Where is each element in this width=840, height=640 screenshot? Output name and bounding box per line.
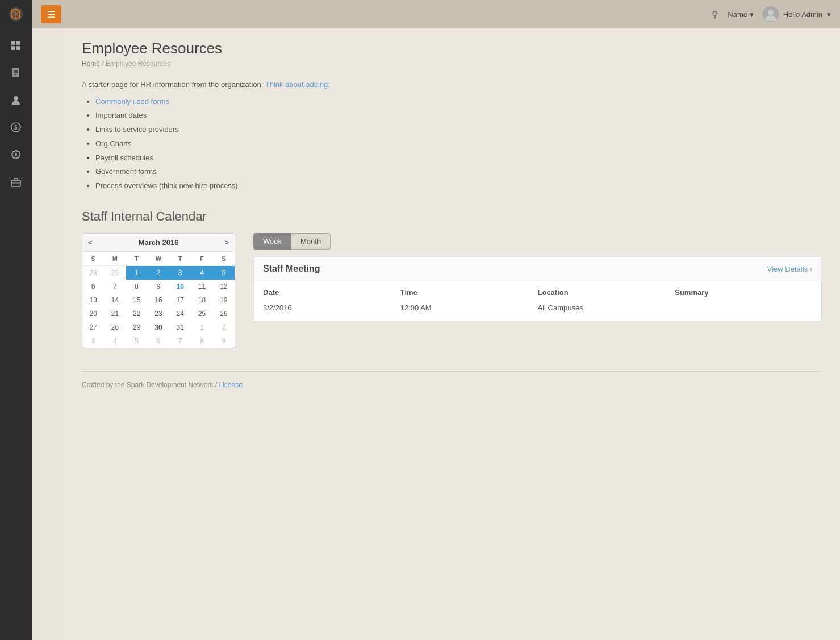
cal-day[interactable]: 12 bbox=[213, 280, 235, 293]
cal-day[interactable]: 9 bbox=[148, 280, 169, 293]
cal-day[interactable]: 28 bbox=[104, 321, 126, 334]
cal-day[interactable]: 8 bbox=[191, 334, 212, 348]
cal-day-header: T bbox=[126, 252, 148, 266]
cal-day[interactable]: 31 bbox=[169, 321, 191, 334]
svg-text:$: $ bbox=[14, 124, 18, 131]
list-item: Important dates bbox=[95, 110, 822, 122]
topbar-right: ⚲ Name Hello Admin bbox=[712, 6, 831, 22]
tab-week[interactable]: Week bbox=[253, 233, 291, 250]
cal-day[interactable]: 2 bbox=[148, 266, 169, 280]
cal-day[interactable]: 27 bbox=[82, 321, 104, 334]
cal-next[interactable]: > bbox=[225, 239, 229, 247]
cal-day[interactable]: 7 bbox=[169, 334, 191, 348]
sidebar-item-money[interactable]: $ bbox=[0, 115, 32, 140]
cal-day[interactable]: 1 bbox=[126, 266, 148, 280]
cal-day[interactable]: 11 bbox=[191, 280, 212, 293]
cal-day[interactable]: 6 bbox=[82, 280, 104, 293]
page-title: Employee Resources bbox=[82, 40, 822, 57]
cal-day-header: S bbox=[213, 252, 235, 266]
cal-day[interactable]: 23 bbox=[148, 307, 169, 321]
cal-day-header: M bbox=[104, 252, 126, 266]
event-title: Staff Meeting bbox=[263, 264, 320, 274]
col-location: Location bbox=[538, 288, 675, 297]
cal-day[interactable]: 3 bbox=[82, 334, 104, 348]
cal-day[interactable]: 13 bbox=[82, 293, 104, 307]
cal-day-header: S bbox=[82, 252, 104, 266]
list-item: Process overviews (think new-hire proces… bbox=[95, 180, 822, 192]
cal-day[interactable]: 30 bbox=[148, 321, 169, 334]
cal-day[interactable]: 28 bbox=[82, 266, 104, 280]
footer-text: Crafted by the Spark Development Network… bbox=[82, 381, 219, 389]
section-title: Staff Internal Calendar bbox=[82, 209, 822, 224]
cal-day[interactable]: 15 bbox=[126, 293, 148, 307]
cal-day[interactable]: 2 bbox=[213, 321, 235, 334]
tab-month[interactable]: Month bbox=[291, 233, 331, 250]
calendar-event-row: < March 2016 > S M T W T F S 28 29 1 2 bbox=[82, 233, 822, 348]
logo[interactable] bbox=[0, 0, 32, 28]
cal-day[interactable]: 21 bbox=[104, 307, 126, 321]
svg-rect-1 bbox=[11, 41, 15, 45]
cal-day-header: W bbox=[148, 252, 169, 266]
svg-rect-2 bbox=[16, 41, 20, 45]
event-card-header: Staff Meeting View Details bbox=[254, 257, 821, 281]
cal-day[interactable]: 14 bbox=[104, 293, 126, 307]
list-item-link[interactable]: Commonly used forms bbox=[95, 97, 169, 106]
cal-day[interactable]: 7 bbox=[104, 280, 126, 293]
view-details-link[interactable]: View Details bbox=[767, 265, 812, 273]
cal-day[interactable]: 10 bbox=[169, 280, 191, 293]
cal-day[interactable]: 9 bbox=[213, 334, 235, 348]
cal-day[interactable]: 18 bbox=[191, 293, 212, 307]
sidebar-item-person[interactable] bbox=[0, 88, 32, 113]
list-item: Links to service providers bbox=[95, 124, 822, 136]
sidebar-nav: $ bbox=[0, 33, 32, 194]
cal-title: March 2016 bbox=[139, 238, 179, 247]
svg-rect-4 bbox=[16, 46, 20, 50]
cal-day[interactable]: 29 bbox=[104, 266, 126, 280]
intro-text: A starter page for HR information from t… bbox=[82, 79, 822, 90]
intro-highlight: Think about adding: bbox=[265, 80, 330, 89]
cal-prev[interactable]: < bbox=[88, 239, 92, 247]
cal-day[interactable]: 3 bbox=[169, 266, 191, 280]
cal-day[interactable]: 25 bbox=[191, 307, 212, 321]
cal-day[interactable]: 29 bbox=[126, 321, 148, 334]
search-icon[interactable]: ⚲ bbox=[712, 9, 718, 20]
event-table-header: Date Time Location Summary bbox=[263, 288, 812, 301]
cal-day[interactable]: 6 bbox=[148, 334, 169, 348]
cal-day[interactable]: 26 bbox=[213, 307, 235, 321]
topbar-user[interactable]: Hello Admin bbox=[763, 6, 831, 22]
list-item: Government forms bbox=[95, 166, 822, 178]
cal-day-header: T bbox=[169, 252, 191, 266]
cal-header: < March 2016 > bbox=[82, 234, 235, 252]
cal-day[interactable]: 4 bbox=[191, 266, 212, 280]
breadcrumb: Home / Employee Resources bbox=[82, 60, 822, 68]
user-greeting: Hello Admin bbox=[783, 10, 822, 19]
svg-point-9 bbox=[14, 96, 18, 101]
svg-point-15 bbox=[768, 10, 774, 15]
cal-day[interactable]: 17 bbox=[169, 293, 191, 307]
cal-day[interactable]: 5 bbox=[213, 266, 235, 280]
sidebar-item-dashboard[interactable] bbox=[0, 33, 32, 58]
sidebar-item-settings[interactable] bbox=[0, 142, 32, 167]
sidebar: $ bbox=[0, 0, 32, 640]
intro-static: A starter page for HR information from t… bbox=[82, 80, 265, 89]
cal-day[interactable]: 8 bbox=[126, 280, 148, 293]
cal-day[interactable]: 16 bbox=[148, 293, 169, 307]
topbar: ☰ ⚲ Name Hello Admin bbox=[32, 0, 840, 28]
cal-day[interactable]: 5 bbox=[126, 334, 148, 348]
cal-day[interactable]: 24 bbox=[169, 307, 191, 321]
breadcrumb-home[interactable]: Home bbox=[82, 60, 100, 68]
cal-day[interactable]: 20 bbox=[82, 307, 104, 321]
footer-license-link[interactable]: License bbox=[219, 381, 242, 389]
cal-day-header: F bbox=[191, 252, 212, 266]
event-panel: Week Month Staff Meeting View Details Da… bbox=[253, 233, 822, 322]
cal-day[interactable]: 22 bbox=[126, 307, 148, 321]
event-tabs: Week Month bbox=[253, 233, 822, 250]
sidebar-item-documents[interactable] bbox=[0, 60, 32, 85]
topbar-name[interactable]: Name bbox=[728, 10, 753, 19]
list-item: Payroll schedules bbox=[95, 152, 822, 164]
sidebar-item-briefcase[interactable] bbox=[0, 169, 32, 194]
cal-day[interactable]: 19 bbox=[213, 293, 235, 307]
cal-day[interactable]: 1 bbox=[191, 321, 212, 334]
cal-day[interactable]: 4 bbox=[104, 334, 126, 348]
menu-button[interactable]: ☰ bbox=[41, 5, 61, 23]
